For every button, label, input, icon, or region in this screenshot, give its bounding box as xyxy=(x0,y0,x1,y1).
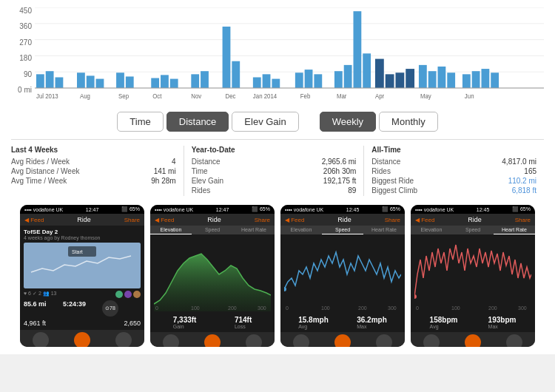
phone2-nav: ◀ Feed Ride Share xyxy=(150,214,275,226)
stat-at-rides: Rides 165 xyxy=(371,167,536,175)
svg-text:100: 100 xyxy=(191,305,200,311)
phone3-back[interactable]: ◀ Feed xyxy=(285,217,304,223)
svg-rect-6 xyxy=(36,74,44,88)
tab-time[interactable]: Time xyxy=(117,112,163,132)
y-label-0: 0 mi xyxy=(18,87,32,94)
svg-rect-10 xyxy=(87,75,95,88)
phone1-bottom xyxy=(20,330,144,347)
stat-at-distance: Distance 4,817.0 mi xyxy=(371,158,536,166)
svg-text:Mar: Mar xyxy=(337,92,347,99)
stat-at-distance-value: 4,817.0 mi xyxy=(502,158,536,166)
phone1-map: Start xyxy=(24,243,141,288)
phone4-title: Ride xyxy=(437,216,511,223)
stats-last4weeks: Last 4 Weeks Avg Rides / Week 4 Avg Dist… xyxy=(11,146,184,196)
phone1-ride-title: TofSE Day 2 xyxy=(24,229,141,235)
stat-avg-rides-label: Avg Rides / Week xyxy=(11,158,70,166)
phone4-stat-2: 193bpm Max xyxy=(488,316,517,329)
tab-monthly[interactable]: Monthly xyxy=(379,112,438,132)
phone1-btn2[interactable] xyxy=(74,332,90,347)
phone3-time: 12:45 xyxy=(346,207,360,212)
phone1-btn3[interactable] xyxy=(115,332,132,347)
svg-text:300: 300 xyxy=(518,305,527,311)
tab-elev-gain[interactable]: Elev Gain xyxy=(232,112,298,132)
svg-text:300: 300 xyxy=(388,305,397,311)
phone1-stat-dist-val: 85.6 mi xyxy=(24,300,62,308)
phone3-btn3[interactable] xyxy=(376,334,392,347)
phone4-back[interactable]: ◀ Feed xyxy=(415,217,434,223)
tabs-row: Time Distance Elev Gain Weekly Monthly xyxy=(11,112,544,132)
phone2-btn2[interactable] xyxy=(204,334,221,347)
phone3-btn1[interactable] xyxy=(293,334,309,347)
phone4-tab-hr[interactable]: Heart Rate xyxy=(494,226,535,234)
phone1-calories: 2,650 xyxy=(124,318,141,327)
phone2-tab-elevation[interactable]: Elevation xyxy=(150,226,192,234)
phone1-btn1[interactable] xyxy=(33,332,49,347)
stats-ytd: Year-to-Date Distance 2,965.6 mi Time 20… xyxy=(184,146,364,196)
phone4-tab-elevation[interactable]: Elevation xyxy=(411,226,452,234)
phone2-btn3[interactable] xyxy=(246,334,262,347)
stat-avg-rides-value: 4 xyxy=(172,158,176,166)
svg-text:200: 200 xyxy=(358,305,367,311)
phone1-avatars xyxy=(115,291,141,298)
svg-text:0: 0 xyxy=(286,305,289,311)
phone2-title: Ride xyxy=(177,216,251,223)
stat-at-biggest-ride-value[interactable]: 110.2 mi xyxy=(508,177,536,185)
phone2-tab-hr[interactable]: Heart Rate xyxy=(233,226,275,234)
phone1-back[interactable]: ◀ Feed xyxy=(24,217,44,223)
phone3-btn2[interactable] xyxy=(334,334,351,347)
svg-rect-13 xyxy=(126,76,134,88)
svg-text:Nov: Nov xyxy=(191,92,202,99)
phone1-share[interactable]: Share xyxy=(124,217,140,223)
stat-at-biggest-climb-value[interactable]: 6,818 ft xyxy=(512,186,536,195)
phone3-tab-speed[interactable]: Speed xyxy=(322,226,363,234)
phone2-stat-1-val: 7,333ft xyxy=(173,316,197,324)
phone4-share[interactable]: Share xyxy=(515,217,531,223)
svg-rect-14 xyxy=(151,78,159,89)
stat-avg-time: Avg Time / Week 9h 28m xyxy=(11,177,176,185)
tab-distance[interactable]: Distance xyxy=(166,112,229,132)
svg-rect-40 xyxy=(472,71,480,88)
svg-rect-27 xyxy=(334,71,343,88)
phone2-carrier: •••• vodafone UK xyxy=(155,207,193,212)
svg-rect-16 xyxy=(170,79,178,88)
chart-area: 450 360 270 180 90 0 mi xyxy=(11,7,544,107)
phone3-nav: ◀ Feed Ride Share xyxy=(280,214,405,226)
phone2-btn1[interactable] xyxy=(163,334,179,347)
svg-rect-19 xyxy=(223,27,231,88)
phone2-share[interactable]: Share xyxy=(255,217,270,223)
stat-avg-distance: Avg Distance / Week 141 mi xyxy=(11,167,176,175)
phone1-social: ♥ 6 ✓ 2 👥 13 xyxy=(24,291,141,298)
phone4-btn3[interactable] xyxy=(506,334,522,347)
svg-text:Aug: Aug xyxy=(80,92,90,99)
stat-ytd-time: Time 206h 30m xyxy=(192,167,357,175)
phone4-btn1[interactable] xyxy=(423,334,440,347)
phone2-stat-1-lbl: Gain xyxy=(173,324,197,329)
phone3-stat-1: 15.8mph Avg xyxy=(298,316,329,329)
phone4-btn2[interactable] xyxy=(465,334,481,347)
phone2-back[interactable]: ◀ Feed xyxy=(155,217,174,223)
phone2-tab-row: Elevation Speed Heart Rate xyxy=(150,226,275,234)
phone4-tab-speed[interactable]: Speed xyxy=(452,226,494,234)
bar-chart: Jul 2013 Aug Sep Oct Nov Dec Jan 2014 Fe… xyxy=(35,7,544,107)
phone3-share[interactable]: Share xyxy=(385,217,400,223)
tab-weekly[interactable]: Weekly xyxy=(320,112,376,132)
stat-ytd-elev-value: 192,175 ft xyxy=(323,177,356,185)
phone2-stat-2: 714ft Loss xyxy=(235,316,252,329)
svg-rect-21 xyxy=(253,78,261,89)
svg-rect-26 xyxy=(314,74,322,88)
phone1-avatar2 xyxy=(124,291,132,298)
stat-ytd-distance-value: 2,965.6 mi xyxy=(322,158,357,166)
stat-at-biggest-climb: Biggest Climb 6,818 ft xyxy=(371,186,536,195)
stat-ytd-distance: Distance 2,965.6 mi xyxy=(192,158,357,166)
phone2-content: 0 100 200 300 7,333ft Gain 714ft Loss xyxy=(150,234,275,332)
phone3-tab-hr[interactable]: Heart Rate xyxy=(363,226,405,234)
phone1-stat-time-val: 5:24:39 xyxy=(63,300,101,308)
svg-rect-18 xyxy=(201,71,209,88)
svg-text:May: May xyxy=(420,92,432,99)
phone3-status-bar: •••• vodafone UK 12:45 ⬛ 65% xyxy=(280,205,405,214)
svg-rect-34 xyxy=(406,69,414,88)
phone2-tab-speed[interactable]: Speed xyxy=(192,226,233,234)
phone1-cal-val: 2,650 xyxy=(124,320,141,327)
phone4-stat-2-lbl: Max xyxy=(488,324,517,329)
phone3-tab-elevation[interactable]: Elevation xyxy=(280,226,322,234)
